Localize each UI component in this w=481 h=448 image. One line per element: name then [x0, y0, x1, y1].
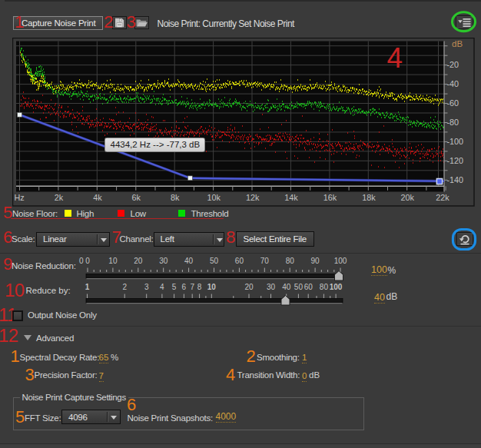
svg-text:40: 40: [184, 257, 194, 265]
svg-text:-60: -60: [447, 98, 459, 108]
svg-text:6k: 6k: [132, 193, 141, 202]
svg-text:8k: 8k: [171, 193, 180, 202]
svg-text:3: 3: [144, 283, 149, 291]
svg-text:100: 100: [330, 283, 343, 291]
svg-text:60: 60: [235, 257, 244, 265]
svg-text:100: 100: [334, 257, 347, 265]
svg-text:0: 0: [79, 257, 84, 265]
svg-text:50: 50: [210, 257, 219, 265]
svg-text:20: 20: [244, 283, 254, 291]
svg-text:4: 4: [160, 283, 164, 291]
svg-text:8: 8: [197, 283, 202, 291]
svg-text:20: 20: [134, 257, 143, 265]
svg-text:5: 5: [172, 283, 177, 291]
svg-text:0: 0: [85, 257, 90, 265]
svg-text:18k: 18k: [362, 193, 376, 202]
svg-text:dB: dB: [452, 39, 463, 48]
svg-text:30: 30: [159, 257, 168, 265]
svg-text:80: 80: [320, 283, 329, 291]
svg-text:50: 50: [294, 283, 304, 291]
svg-text:10k: 10k: [207, 193, 221, 202]
svg-text:-120: -120: [447, 156, 464, 165]
svg-text:2k: 2k: [55, 193, 64, 202]
svg-text:12k: 12k: [246, 193, 260, 202]
svg-text:-40: -40: [447, 79, 459, 88]
svg-text:30: 30: [267, 283, 276, 291]
svg-text:10: 10: [207, 283, 217, 291]
svg-text:16k: 16k: [323, 193, 337, 202]
svg-text:7: 7: [190, 283, 194, 291]
svg-text:-80: -80: [447, 118, 459, 127]
svg-text:10: 10: [108, 257, 118, 265]
svg-text:1: 1: [85, 283, 90, 291]
svg-text:90: 90: [311, 257, 320, 265]
svg-text:2: 2: [122, 283, 127, 291]
svg-text:80: 80: [286, 257, 295, 265]
svg-text:-20: -20: [447, 60, 459, 69]
svg-text:70: 70: [260, 257, 270, 265]
svg-text:-100: -100: [447, 137, 464, 146]
svg-text:40: 40: [282, 283, 291, 291]
svg-text:4k: 4k: [93, 193, 102, 202]
svg-text:6: 6: [182, 283, 187, 291]
svg-text:60: 60: [304, 283, 313, 291]
svg-text:-140: -140: [447, 175, 464, 184]
svg-text:14k: 14k: [284, 193, 298, 202]
svg-text:22k: 22k: [436, 193, 449, 202]
svg-text:Hz: Hz: [14, 193, 24, 202]
svg-text:20k: 20k: [401, 193, 415, 202]
